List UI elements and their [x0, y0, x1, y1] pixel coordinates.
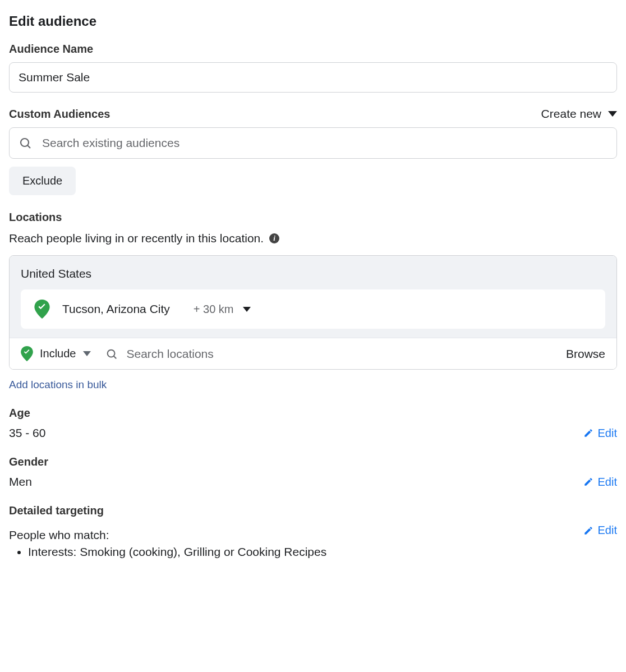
- search-icon: [19, 136, 32, 150]
- location-country: United States: [21, 267, 605, 280]
- edit-age-button[interactable]: Edit: [583, 427, 617, 440]
- svg-line-3: [113, 356, 116, 358]
- edit-label: Edit: [598, 427, 617, 440]
- create-new-label: Create new: [541, 107, 601, 121]
- caret-down-icon: [608, 111, 617, 117]
- age-label: Age: [9, 407, 617, 420]
- location-name: Tucson, Arizona City: [62, 302, 170, 316]
- location-item[interactable]: Tucson, Arizona City + 30 km: [21, 289, 605, 329]
- edit-label: Edit: [598, 524, 617, 537]
- edit-targeting-button[interactable]: Edit: [583, 524, 617, 537]
- gender-value: Men: [9, 475, 32, 489]
- pencil-icon: [583, 477, 593, 487]
- locations-description: Reach people living in or recently in th…: [9, 232, 617, 245]
- audience-name-label: Audience Name: [9, 43, 617, 56]
- locations-label: Locations: [9, 211, 617, 224]
- create-new-dropdown[interactable]: Create new: [541, 107, 617, 121]
- info-icon[interactable]: i: [269, 233, 279, 243]
- exclude-button[interactable]: Exclude: [9, 167, 76, 195]
- custom-audiences-search[interactable]: [9, 127, 617, 159]
- location-group: United States Tucson, Arizona City + 30 …: [10, 256, 616, 338]
- svg-point-0: [21, 139, 29, 146]
- custom-audiences-label: Custom Audiences: [9, 108, 110, 121]
- search-icon: [105, 348, 118, 360]
- locations-description-text: Reach people living in or recently in th…: [9, 232, 264, 245]
- location-search-input[interactable]: [126, 347, 558, 361]
- custom-audiences-search-input[interactable]: [41, 136, 607, 150]
- locations-panel: United States Tucson, Arizona City + 30 …: [9, 255, 617, 370]
- edit-label: Edit: [598, 476, 617, 489]
- map-pin-icon: [21, 346, 33, 361]
- location-search-row: Include Browse: [10, 338, 616, 369]
- caret-down-icon: [243, 307, 251, 312]
- interest-item: Interests: Smoking (cooking), Grilling o…: [28, 545, 326, 559]
- match-intro: People who match:: [9, 528, 326, 542]
- location-radius-dropdown[interactable]: + 30 km: [194, 303, 251, 316]
- map-pin-icon: [34, 300, 50, 319]
- detailed-targeting-label: Detailed targeting: [9, 504, 617, 517]
- interests-list: Interests: Smoking (cooking), Grilling o…: [9, 545, 326, 559]
- include-label: Include: [40, 347, 76, 360]
- page-title: Edit audience: [9, 13, 617, 29]
- gender-label: Gender: [9, 455, 617, 468]
- pencil-icon: [583, 526, 593, 536]
- audience-name-input[interactable]: [9, 62, 617, 93]
- add-locations-bulk-link[interactable]: Add locations in bulk: [9, 379, 107, 391]
- svg-point-2: [107, 349, 114, 357]
- include-dropdown[interactable]: Include: [21, 346, 91, 361]
- caret-down-icon: [83, 351, 91, 356]
- browse-button[interactable]: Browse: [566, 347, 605, 361]
- age-value: 35 - 60: [9, 426, 45, 440]
- edit-gender-button[interactable]: Edit: [583, 476, 617, 489]
- svg-line-1: [27, 145, 30, 148]
- location-radius-text: + 30 km: [194, 303, 234, 316]
- pencil-icon: [583, 428, 593, 438]
